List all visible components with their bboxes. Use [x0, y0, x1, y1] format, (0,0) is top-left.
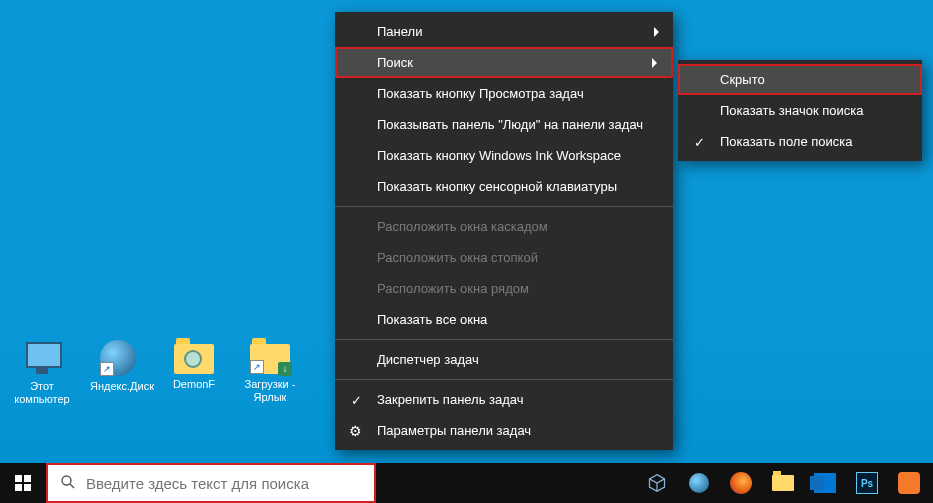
menu-item-panels[interactable]: Панели	[335, 16, 673, 47]
submenu-item-show-icon[interactable]: Показать значок поиска	[678, 95, 922, 126]
menu-item-touchkb[interactable]: Показать кнопку сенсорной клавиатуры	[335, 171, 673, 202]
submenu-item-hidden[interactable]: Скрыто	[678, 64, 922, 95]
taskbar-context-menu: Панели Поиск Показать кнопку Просмотра з…	[335, 12, 673, 450]
icon-label: Яндекс.Диск	[90, 380, 146, 393]
icon-label: DemonF	[166, 378, 222, 391]
menu-item-people[interactable]: Показывать панель "Люди" на панели задач	[335, 109, 673, 140]
cube-icon	[647, 473, 667, 493]
menu-item-cascade: Расположить окна каскадом	[335, 211, 673, 242]
start-button[interactable]	[0, 463, 46, 503]
desktop-icons: Этот компьютер ↗ Яндекс.Диск DemonF ↓↗ З…	[14, 340, 298, 406]
desktop-icon-demonf[interactable]: DemonF	[166, 340, 222, 406]
desktop-icon-this-pc[interactable]: Этот компьютер	[14, 340, 70, 406]
taskbar: Ps	[0, 463, 933, 503]
menu-item-search[interactable]: Поиск	[335, 47, 673, 78]
disk-icon	[689, 473, 709, 493]
taskbar-search[interactable]	[46, 463, 376, 503]
menu-item-side: Расположить окна рядом	[335, 273, 673, 304]
desktop-icon-yandex-disk[interactable]: ↗ Яндекс.Диск	[90, 340, 146, 406]
search-submenu: Скрыто Показать значок поиска Показать п…	[678, 60, 922, 161]
menu-item-stack: Расположить окна стопкой	[335, 242, 673, 273]
shortcut-badge: ↗	[100, 362, 114, 376]
taskbar-icon-firefox[interactable]	[721, 463, 761, 503]
svg-point-0	[62, 476, 71, 485]
taskbar-icon-outlook[interactable]	[805, 463, 845, 503]
search-input[interactable]	[86, 475, 362, 492]
photoshop-icon: Ps	[856, 472, 878, 494]
menu-separator	[335, 379, 673, 380]
windows-logo-icon	[15, 475, 31, 491]
icon-label: Этот компьютер	[14, 380, 70, 406]
taskbar-icon-yandex-disk[interactable]	[679, 463, 719, 503]
shortcut-badge: ↗	[250, 360, 264, 374]
menu-item-taskview[interactable]: Показать кнопку Просмотра задач	[335, 78, 673, 109]
menu-item-taskmgr[interactable]: Диспетчер задач	[335, 344, 673, 375]
monitor-icon	[20, 340, 64, 376]
firefox-icon	[730, 472, 752, 494]
blender-icon	[898, 472, 920, 494]
desktop-icon-downloads[interactable]: ↓↗ Загрузки - Ярлык	[242, 340, 298, 406]
menu-item-taskbar-settings[interactable]: Параметры панели задач	[335, 415, 673, 446]
desktop[interactable]: Этот компьютер ↗ Яндекс.Диск DemonF ↓↗ З…	[0, 0, 933, 503]
taskbar-pinned-apps: Ps	[637, 463, 933, 503]
menu-separator	[335, 339, 673, 340]
search-icon	[60, 474, 76, 493]
taskbar-icon-virtualbox[interactable]	[637, 463, 677, 503]
icon-label: Загрузки - Ярлык	[242, 378, 298, 404]
svg-line-1	[70, 484, 74, 488]
menu-item-ink[interactable]: Показать кнопку Windows Ink Workspace	[335, 140, 673, 171]
disk-icon: ↗	[100, 340, 136, 376]
taskbar-icon-explorer[interactable]	[763, 463, 803, 503]
folder-icon: ↓↗	[250, 344, 290, 374]
taskbar-icon-photoshop[interactable]: Ps	[847, 463, 887, 503]
taskbar-icon-blender[interactable]	[889, 463, 929, 503]
menu-item-showall[interactable]: Показать все окна	[335, 304, 673, 335]
folder-icon	[174, 344, 214, 374]
folder-icon	[772, 475, 794, 491]
submenu-item-show-field[interactable]: Показать поле поиска	[678, 126, 922, 157]
outlook-icon	[814, 473, 836, 493]
menu-separator	[335, 206, 673, 207]
menu-item-lock-taskbar[interactable]: Закрепить панель задач	[335, 384, 673, 415]
